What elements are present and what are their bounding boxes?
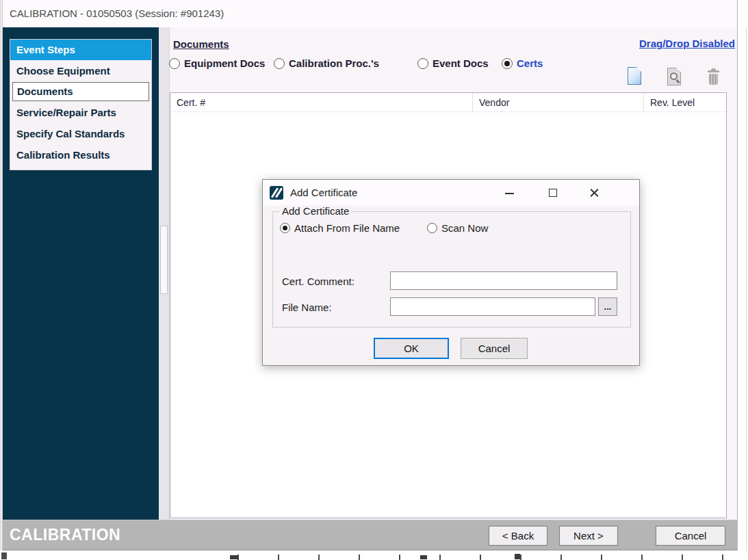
dialog-titlebar[interactable]: Add Certificate (263, 180, 639, 206)
sidebar-item-label: Specify Cal Standards (16, 128, 125, 139)
window-titlebar: CALIBRATION - 01050503 (Session: #901243… (0, 0, 738, 27)
window-right-border (737, 0, 738, 550)
background-window-strip (0, 551, 748, 560)
add-document-icon (628, 67, 641, 85)
scrollbar-thumb[interactable] (160, 226, 168, 294)
background-ruler-ticks (420, 555, 427, 559)
footer-title: CALIBRATION (10, 526, 120, 544)
sidebar-item-calibration-results[interactable]: Calibration Results (10, 144, 151, 165)
application-window: CALIBRATION - 01050503 (Session: #901243… (0, 0, 748, 560)
dragdrop-link[interactable]: Drag/Drop Disabled (639, 38, 735, 49)
delete-icon-body (709, 74, 718, 85)
sidebar-item-label: Documents (17, 85, 73, 97)
radio-calibration-procs[interactable]: Calibration Proc.'s (274, 57, 379, 69)
background-ruler-ticks (198, 555, 748, 560)
add-document-button[interactable] (627, 67, 643, 85)
cert-comment-input[interactable] (390, 271, 617, 290)
event-steps-panel: Event Steps Choose Equipment Documents S… (10, 39, 152, 170)
radio-selected-icon (280, 223, 290, 233)
sidebar-item-label: Choose Equipment (16, 65, 110, 77)
radio-icon (417, 58, 428, 69)
vertical-scrollbar[interactable] (159, 27, 170, 520)
footer-bar: CALIBRATION < Back Next > Cancel (3, 520, 738, 550)
radio-label: Attach From File Name (294, 222, 400, 234)
file-name-label: File Name: (282, 302, 332, 313)
background-ruler-ticks (230, 555, 239, 559)
sidebar-item-specify-cal-standards[interactable]: Specify Cal Standards (10, 123, 151, 144)
group-title: Add Certificate (279, 205, 352, 217)
dialog-cancel-button[interactable]: Cancel (461, 338, 528, 359)
radio-label: Calibration Proc.'s (289, 57, 379, 69)
preview-document-button[interactable] (667, 68, 683, 86)
radio-label: Event Docs (433, 57, 489, 69)
sidebar-item-documents[interactable]: Documents (12, 82, 149, 101)
event-steps-header: Event Steps (10, 40, 151, 60)
add-certificate-dialog: Add Certificate Add Certificate Attach F… (262, 179, 640, 366)
radio-equipment-docs[interactable]: Equipment Docs (169, 57, 265, 69)
delete-icon-lid (708, 70, 719, 72)
minimize-button[interactable] (494, 180, 524, 206)
footer-cancel-button[interactable]: Cancel (656, 526, 725, 546)
window-title: CALIBRATION - 01050503 (Session: #901243… (10, 8, 224, 19)
radio-attach-from-file-name[interactable]: Attach From File Name (280, 222, 400, 234)
maximize-icon (549, 189, 557, 197)
add-certificate-group: Add Certificate Attach From File Name Sc… (272, 211, 631, 328)
sidebar-item-choose-equipment[interactable]: Choose Equipment (10, 60, 151, 81)
radio-icon (274, 58, 285, 69)
table-header-row: Cert. # Vendor Rev. Level (170, 93, 726, 112)
radio-certs[interactable]: Certs (502, 57, 543, 69)
cert-comment-label: Cert. Comment: (282, 276, 354, 287)
sidebar-item-label: Calibration Results (16, 149, 110, 161)
next-button[interactable]: Next > (559, 526, 618, 546)
close-button[interactable] (579, 180, 609, 206)
radio-icon (427, 223, 437, 233)
file-name-input[interactable] (390, 297, 595, 316)
browse-button[interactable]: ... (598, 297, 617, 316)
sidebar-item-label: Service/Repair Parts (16, 107, 116, 118)
background-fragment (1, 552, 7, 559)
delete-document-button[interactable] (706, 68, 723, 86)
radio-event-docs[interactable]: Event Docs (417, 57, 489, 69)
app-logo-icon (270, 186, 283, 200)
column-header-vendor[interactable]: Vendor (473, 93, 644, 111)
ok-button[interactable]: OK (374, 338, 449, 359)
back-button[interactable]: < Back (489, 526, 547, 546)
maximize-button[interactable] (538, 180, 568, 206)
column-header-cert-number[interactable]: Cert. # (170, 93, 473, 111)
background-window-edge (746, 27, 747, 560)
radio-selected-icon (502, 58, 513, 69)
dialog-title: Add Certificate (290, 187, 357, 198)
radio-label: Scan Now (441, 222, 488, 234)
minimize-icon (505, 193, 514, 194)
radio-scan-now[interactable]: Scan Now (427, 222, 488, 234)
radio-icon (169, 58, 180, 69)
column-header-rev-level[interactable]: Rev. Level (644, 93, 726, 111)
documents-heading: Documents (173, 38, 229, 50)
sidebar-item-service-repair-parts[interactable]: Service/Repair Parts (10, 102, 151, 123)
background-ruler-ticks (515, 554, 520, 559)
sidebar: Event Steps Choose Equipment Documents S… (3, 27, 159, 520)
radio-label: Certs (517, 57, 543, 69)
radio-label: Equipment Docs (184, 57, 265, 69)
